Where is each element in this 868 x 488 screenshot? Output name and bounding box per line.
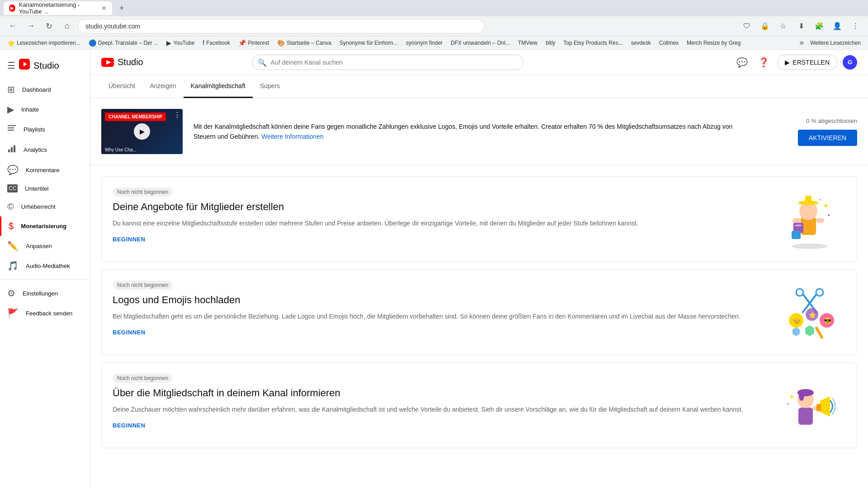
bookmark-lesezeichen-label: Lesezeichen importieren... xyxy=(17,40,80,46)
search-input[interactable] xyxy=(252,55,524,70)
messages-button[interactable]: 💬 xyxy=(734,54,750,70)
activate-button[interactable]: AKTIVIEREN xyxy=(798,130,857,146)
sidebar-item-dashboard[interactable]: ⊞ Dashboard xyxy=(0,80,90,99)
step-card-3: Noch nicht begonnen Über die Mitgliedsch… xyxy=(101,362,857,448)
svg-rect-5 xyxy=(8,150,10,152)
home-button[interactable]: ⌂ xyxy=(60,19,74,33)
lock-icon[interactable]: 🔒 xyxy=(758,19,772,33)
profile-icon[interactable]: 👤 xyxy=(830,19,844,33)
sidebar-item-urheberrecht[interactable]: © Urheberrecht xyxy=(0,197,90,216)
step-3-cta[interactable]: BEGINNEN xyxy=(113,422,146,429)
bookmark-facebook-icon: f xyxy=(203,39,204,47)
bookmark-bitly-label: bitly xyxy=(546,40,555,46)
bookmark-deepl-label: Deepl. Translate – Der ... xyxy=(98,40,158,46)
sidebar-item-kommentare[interactable]: 💬 Kommentare xyxy=(0,160,90,180)
sidebar-item-anpassen[interactable]: ✏️ Anpassen xyxy=(0,236,90,256)
svg-point-39 xyxy=(799,390,804,401)
address-input[interactable] xyxy=(78,19,485,33)
tab-uebersicht[interactable]: Übersicht xyxy=(101,75,142,98)
tab-title: Kanalmonetarisierung - YouTube ... xyxy=(19,1,98,15)
bookmark-facebook[interactable]: f Facebook xyxy=(199,38,234,48)
forward-button[interactable]: → xyxy=(24,19,38,33)
bookmark-dfx[interactable]: DFX umwandeln – Onl... xyxy=(447,38,514,47)
bookmark-collmex[interactable]: Collmex xyxy=(656,38,682,47)
new-tab-button[interactable]: + xyxy=(116,2,128,15)
monetarisierung-icon: $ xyxy=(9,221,14,231)
sidebar-label-urheberrecht: Urheberrecht xyxy=(21,203,56,210)
tab-close-button[interactable]: ✕ xyxy=(101,5,107,12)
bookmark-weitere[interactable]: Weitere Lesezeichen xyxy=(807,38,864,47)
sidebar-item-monetarisierung[interactable]: $ Monetarisierung xyxy=(0,216,90,236)
sidebar-item-einstellungen[interactable]: ⚙ Einstellungen xyxy=(0,283,90,303)
sidebar-item-analytics[interactable]: Analytics xyxy=(0,140,90,160)
bookmark-synonyme[interactable]: Synonyme für Einhorn... xyxy=(336,38,401,47)
menu-icon[interactable]: ⋮ xyxy=(848,19,863,33)
create-button[interactable]: ▶ ERSTELLEN xyxy=(777,55,837,70)
play-button[interactable]: ▶ xyxy=(134,123,150,140)
sidebar-item-audio[interactable]: 🎵 Audio-Mediathek xyxy=(0,256,90,276)
tabs: Übersicht Anzeigen Kanalmitgliedschaft S… xyxy=(90,75,868,98)
sidebar-item-playlists[interactable]: Playlists xyxy=(0,119,90,140)
extension-icon[interactable]: 🧩 xyxy=(812,19,826,33)
bookmark-synonym-finder[interactable]: synonym finder xyxy=(402,38,446,47)
sidebar-item-untertitel[interactable]: CC Untertitel xyxy=(0,180,90,197)
step-2-cta[interactable]: BEGINNEN xyxy=(113,329,146,336)
reload-button[interactable]: ↻ xyxy=(42,19,56,33)
shield-icon[interactable]: 🛡 xyxy=(740,19,754,33)
app-header: Studio 🔍 💬 ❓ ▶ ERSTELLEN G xyxy=(90,50,868,75)
sidebar-label-analytics: Analytics xyxy=(24,146,47,153)
back-button[interactable]: ← xyxy=(5,19,20,33)
yt-logo-icon xyxy=(19,59,30,72)
sidebar-label-inhalte: Inhalte xyxy=(21,106,39,113)
svg-text:★: ★ xyxy=(823,202,829,209)
step-1-cta[interactable]: BEGINNEN xyxy=(113,236,146,243)
bookmark-lesezeichen[interactable]: ⭐ Lesezeichen importieren... xyxy=(4,38,84,48)
browser-tab[interactable]: ▶ Kanalmonetarisierung - YouTube ... ✕ xyxy=(4,1,112,15)
intro-video[interactable]: CHANNEL MEMBERSHIP ▶ Why Use Cha... ⋮ xyxy=(101,109,183,154)
bookmark-tmview[interactable]: TMView xyxy=(514,38,541,47)
step-2-title: Logos und Emojis hochladen xyxy=(113,294,763,306)
bookmark-pinterest[interactable]: 📌 Pinterest xyxy=(235,38,273,48)
kommentare-icon: 💬 xyxy=(7,164,19,175)
sidebar-item-feedback[interactable]: 🚩 Feedback senden xyxy=(0,303,90,323)
star-icon[interactable]: ☆ xyxy=(776,19,790,33)
step-3-title: Über die Mitgliedschaft in deinem Kanal … xyxy=(113,387,763,399)
tab-supers[interactable]: Supers xyxy=(253,75,287,98)
bookmark-canva[interactable]: 🎨 Startseite – Canva xyxy=(274,38,335,48)
bookmark-youtube-label: YouTube xyxy=(173,40,194,46)
youtube-logo-svg xyxy=(101,58,114,67)
step-card-2: Noch nicht begonnen Logos und Emojis hoc… xyxy=(101,269,857,355)
svg-rect-19 xyxy=(792,231,801,239)
bookmark-merch-label: Merch Resize by Greg xyxy=(687,40,741,46)
svg-text:✦: ✦ xyxy=(786,402,790,406)
anpassen-icon: ✏️ xyxy=(7,240,19,251)
bookmark-merch[interactable]: Merch Resize by Greg xyxy=(683,38,744,47)
download-icon[interactable]: ⬇ xyxy=(794,19,808,33)
bookmark-sevdesk[interactable]: sevdesk xyxy=(627,38,655,47)
urheberrecht-icon: © xyxy=(7,202,14,212)
bookmark-synonym-finder-label: synonym finder xyxy=(406,40,443,46)
hamburger-button[interactable]: ☰ xyxy=(7,60,15,71)
intro-link[interactable]: Weitere Informationen xyxy=(261,133,323,140)
tab-anzeigen[interactable]: Anzeigen xyxy=(142,75,183,98)
bookmark-bitly[interactable]: bitly xyxy=(542,38,559,47)
intro-text: Mit der Kanalmitgliedschaft können deine… xyxy=(193,122,756,142)
svg-text:✦: ✦ xyxy=(819,198,822,202)
video-title-overlay: Why Use Cha... xyxy=(105,147,179,152)
sidebar-item-inhalte[interactable]: ▶ Inhalte xyxy=(0,99,90,119)
playlists-icon xyxy=(7,124,16,135)
bookmark-youtube[interactable]: ▶ YouTube xyxy=(163,38,198,48)
help-button[interactable]: ❓ xyxy=(755,54,772,70)
bookmark-deepl[interactable]: 🔵 Deepl. Translate – Der ... xyxy=(85,38,162,48)
tab-kanalmitgliedschaft[interactable]: Kanalmitgliedschaft xyxy=(184,75,253,98)
bookmark-etsy[interactable]: Top Etsy Products Res... xyxy=(560,38,626,47)
avatar-button[interactable]: G xyxy=(843,55,857,70)
bookmark-more-button[interactable]: » xyxy=(797,38,806,47)
svg-text:⭐: ⭐ xyxy=(809,311,816,319)
svg-rect-2 xyxy=(8,125,16,126)
svg-rect-7 xyxy=(14,145,15,152)
intro-description: Mit der Kanalmitgliedschaft können deine… xyxy=(193,122,756,142)
video-options-button[interactable]: ⋮ xyxy=(174,111,181,119)
bookmark-dfx-label: DFX umwandeln – Onl... xyxy=(451,40,510,46)
intro-video-inner: CHANNEL MEMBERSHIP ▶ Why Use Cha... ⋮ xyxy=(101,109,183,154)
